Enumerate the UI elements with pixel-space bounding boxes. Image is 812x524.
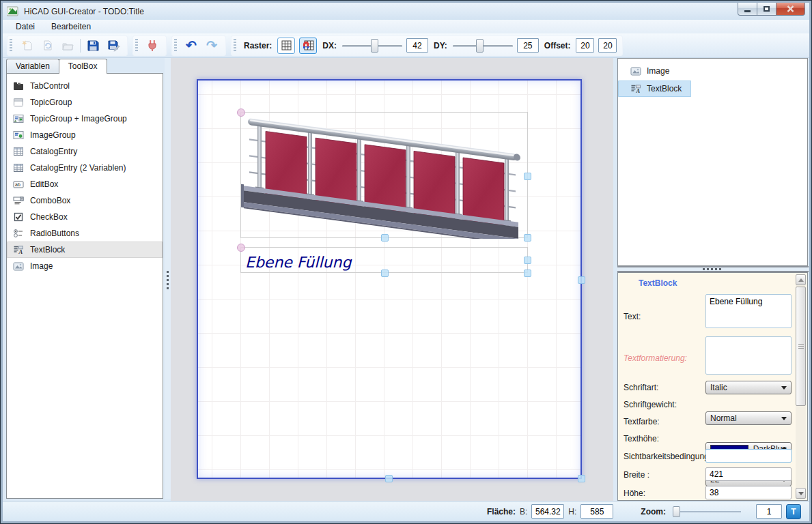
toolbar-grip[interactable] <box>234 39 236 53</box>
design-surface[interactable]: Ebene Füllung <box>197 79 582 479</box>
image-bottomright-handle[interactable] <box>524 234 531 242</box>
fontstyle-value: Italic <box>710 383 727 392</box>
scrollbar-thumb[interactable] <box>796 287 806 406</box>
fontweight-dropdown[interactable]: Normal <box>705 411 792 425</box>
toolbox-item-catalogentry-2[interactable]: CatalogEntry (2 Variablen) <box>7 160 163 176</box>
scroll-down-button[interactable] <box>796 488 806 499</box>
outline-item-textblock[interactable]: A TextBlock <box>618 81 691 97</box>
title-bar[interactable]: HiCAD GUI-Creator - TODO:Title <box>3 3 809 20</box>
toolbox-item-label: CheckBox <box>30 212 68 222</box>
offset-label: Offset: <box>544 41 571 50</box>
toolbox-item-textblock[interactable]: A TextBlock <box>7 242 163 258</box>
outline-item-label: Image <box>647 66 669 76</box>
reload-file-button[interactable] <box>39 38 55 54</box>
surface-right-handle[interactable] <box>578 276 585 284</box>
text-mode-button[interactable]: T <box>786 504 801 519</box>
toolbox-item-image[interactable]: Image <box>7 258 163 274</box>
menu-datei[interactable]: Datei <box>10 20 41 33</box>
dx-slider-thumb[interactable] <box>371 39 378 53</box>
toolbox-item-topicgroup-imagegroup[interactable]: TopicGroup + ImageGroup <box>7 111 163 127</box>
image-right-handle[interactable] <box>524 173 531 180</box>
zoom-slider-thumb[interactable] <box>673 506 680 517</box>
save-as-button[interactable] <box>105 38 122 54</box>
textblock-right-handle[interactable] <box>524 257 531 264</box>
properties-scrollbar[interactable] <box>796 274 806 499</box>
surface-bottomright-handle[interactable] <box>578 475 585 482</box>
visibility-input[interactable] <box>705 449 792 463</box>
redo-button[interactable]: ↷ <box>204 38 220 54</box>
right-splitter[interactable] <box>617 266 809 272</box>
toolbox-item-imagegroup[interactable]: ImageGroup <box>7 127 163 143</box>
offset-x-input[interactable] <box>576 38 594 53</box>
textblock-bottom-handle[interactable] <box>381 270 389 277</box>
height-input[interactable] <box>705 486 792 499</box>
toolbox-item-checkbox[interactable]: CheckBox <box>7 209 163 225</box>
image-icon <box>13 261 24 272</box>
dy-slider-thumb[interactable] <box>476 39 484 53</box>
textblock-topleft-handle[interactable] <box>237 244 245 252</box>
plug-button[interactable] <box>144 38 160 54</box>
menu-bearbeiten[interactable]: Bearbeiten <box>45 20 97 33</box>
toolbox-item-topicgroup[interactable]: TopicGroup <box>7 94 163 111</box>
minimize-button[interactable] <box>738 3 757 16</box>
toolbox-item-catalogentry[interactable]: CatalogEntry <box>7 143 163 160</box>
toolbar-grip[interactable] <box>174 39 177 53</box>
left-splitter[interactable] <box>165 58 171 499</box>
toolbox-item-editbox[interactable]: ab EditBox <box>7 176 163 192</box>
toolbox-item-label: ImageGroup <box>30 130 76 140</box>
window-controls <box>738 3 805 16</box>
canvas-textblock-element[interactable]: Ebene Füllung <box>240 247 528 273</box>
area-width-input[interactable] <box>531 504 564 519</box>
offset-y-input[interactable] <box>598 38 617 53</box>
app-icon <box>7 6 18 16</box>
save-button[interactable] <box>85 38 101 54</box>
toolbox-item-combobox[interactable]: ComboBox <box>7 192 163 209</box>
fontstyle-dropdown[interactable]: Italic <box>705 381 792 394</box>
width-label: Breite : <box>624 470 649 480</box>
zoom-input[interactable] <box>756 504 782 519</box>
reload-file-icon <box>42 40 53 51</box>
tab-variablen[interactable]: Variablen <box>6 59 59 73</box>
open-folder-button[interactable] <box>59 38 76 54</box>
undo-button[interactable]: ↶ <box>183 38 199 54</box>
text-input[interactable]: Ebene Füllung <box>705 294 792 328</box>
textformat-input[interactable] <box>705 336 792 375</box>
dy-slider[interactable] <box>453 39 513 53</box>
grid-snap-toggle-button[interactable] <box>299 38 317 54</box>
maximize-icon <box>764 6 770 12</box>
toolbox-item-label: ComboBox <box>30 196 70 205</box>
dx-slider[interactable] <box>342 39 402 53</box>
scroll-up-button[interactable] <box>796 274 806 285</box>
toolbar-grip[interactable] <box>10 39 12 53</box>
toolbox-item-label: TopicGroup + ImageGroup <box>30 114 127 123</box>
surface-bottom-handle[interactable] <box>385 475 393 482</box>
width-input[interactable] <box>705 467 792 481</box>
dy-input[interactable] <box>517 38 539 53</box>
toolbox-item-radiobuttons[interactable]: RadioButtons <box>7 225 163 242</box>
height-label: Höhe: <box>624 489 645 498</box>
toolbox-item-label: TabControl <box>30 81 70 91</box>
close-button[interactable] <box>776 3 805 16</box>
area-height-input[interactable] <box>580 504 613 519</box>
connect-toolbar-group <box>132 35 167 56</box>
close-icon <box>787 5 794 12</box>
maximize-button[interactable] <box>757 3 776 16</box>
outline-panel: Image A TextBlock <box>617 58 808 266</box>
design-canvas[interactable]: Ebene Füllung <box>171 58 613 501</box>
toolbar-grip[interactable] <box>135 39 138 53</box>
textblock-bottomright-handle[interactable] <box>524 270 531 277</box>
outline-item-image[interactable]: Image <box>618 63 679 79</box>
canvas-image-element[interactable] <box>240 112 528 238</box>
tab-toolbox[interactable]: ToolBox <box>59 59 107 74</box>
dx-input[interactable] <box>406 38 428 53</box>
zoom-slider[interactable] <box>673 506 741 518</box>
grid-toggle-button[interactable] <box>277 38 295 54</box>
tabcontrol-icon <box>13 81 24 91</box>
new-file-button[interactable] <box>18 38 35 54</box>
image-topleft-handle[interactable] <box>237 108 245 117</box>
minimize-icon <box>744 10 751 12</box>
image-bottom-handle[interactable] <box>381 234 389 242</box>
status-bar: Fläche: B: H: Zoom: T <box>3 501 809 521</box>
arrow-up-icon <box>798 278 804 282</box>
toolbox-item-tabcontrol[interactable]: TabControl <box>7 78 163 94</box>
